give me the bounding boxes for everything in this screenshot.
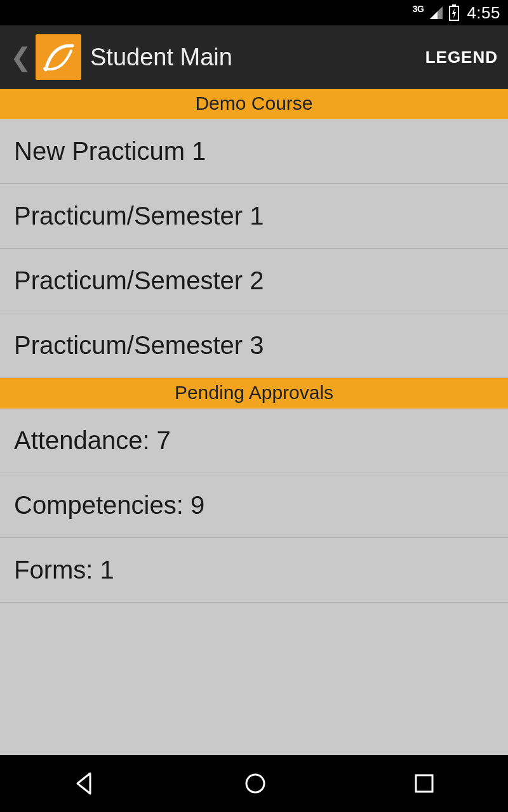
nav-recent-button[interactable] [413, 772, 436, 795]
battery-charging-icon [449, 4, 459, 21]
svg-point-2 [246, 775, 264, 792]
network-indicator: 3G [413, 4, 424, 14]
nav-back-button[interactable] [72, 771, 98, 796]
list-item[interactable]: Practicum/Semester 3 [0, 313, 508, 378]
list-item[interactable]: Forms: 1 [0, 538, 508, 603]
app-logo-icon[interactable] [36, 34, 81, 80]
status-bar: 3G 4:55 [0, 0, 508, 25]
section-header-approvals: Pending Approvals [0, 378, 508, 409]
list-item[interactable]: Practicum/Semester 2 [0, 249, 508, 313]
back-chevron-icon[interactable]: ❮ [10, 44, 32, 70]
signal-icon [429, 5, 444, 20]
clock: 4:55 [467, 3, 500, 23]
nav-home-button[interactable] [243, 771, 268, 796]
section-header-course: Demo Course [0, 89, 508, 119]
app-bar: ❮ Student Main LEGEND [0, 25, 508, 89]
list-item[interactable]: New Practicum 1 [0, 119, 508, 184]
page-title: Student Main [90, 44, 232, 71]
legend-button[interactable]: LEGEND [425, 48, 498, 67]
list-item[interactable]: Competencies: 9 [0, 473, 508, 538]
list-item[interactable]: Attendance: 7 [0, 409, 508, 473]
navigation-bar [0, 755, 508, 812]
list-item[interactable]: Practicum/Semester 1 [0, 184, 508, 249]
content-area: Demo Course New Practicum 1 Practicum/Se… [0, 89, 508, 755]
svg-rect-3 [416, 775, 432, 792]
